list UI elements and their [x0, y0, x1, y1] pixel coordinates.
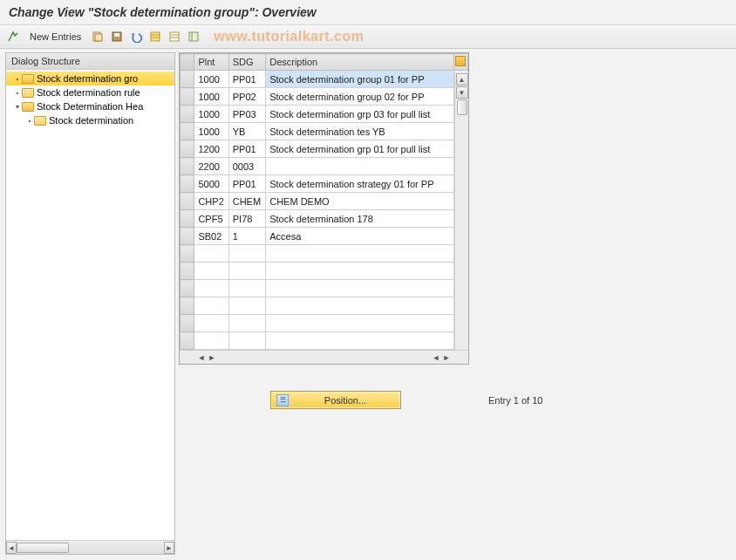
col-header-sdg[interactable]: SDG [228, 54, 265, 71]
cell-plnt[interactable]: 1000 [194, 88, 228, 106]
cell-desc[interactable]: Stock determination group 02 for PP [266, 88, 453, 106]
cell-plnt[interactable] [194, 280, 228, 297]
row-selector[interactable] [181, 140, 194, 158]
cell-desc[interactable]: Stock determination tes YB [266, 123, 453, 140]
toggle-icon[interactable] [5, 29, 21, 44]
cell-sdg[interactable] [228, 315, 265, 332]
row-selector[interactable] [181, 193, 194, 210]
cell-plnt[interactable]: 1200 [194, 140, 228, 158]
cell-plnt[interactable]: 1000 [194, 123, 228, 140]
cell-desc[interactable] [266, 332, 453, 350]
row-selector[interactable] [181, 88, 194, 106]
tree-item[interactable]: ▾Stock Determination Hea [6, 99, 174, 113]
cell-sdg[interactable]: PP03 [228, 106, 265, 123]
row-selector[interactable] [181, 332, 194, 350]
cell-sdg[interactable] [228, 263, 265, 280]
cell-sdg[interactable]: PP01 [228, 175, 265, 193]
cell-plnt[interactable] [194, 245, 228, 263]
row-selector[interactable] [181, 210, 194, 228]
page-title: Change View "Stock determination group":… [9, 5, 317, 19]
row-selector[interactable] [181, 71, 194, 88]
cell-plnt[interactable]: 2200 [194, 158, 228, 175]
cell-desc[interactable] [266, 297, 453, 315]
cell-desc[interactable] [266, 158, 453, 175]
cell-desc[interactable] [266, 280, 453, 297]
cell-plnt[interactable] [194, 332, 228, 350]
tree-item[interactable]: •Stock determination [6, 113, 174, 127]
row-selector[interactable] [181, 123, 194, 140]
row-selector[interactable] [181, 228, 194, 245]
scroll-down-icon[interactable]: ▼ [456, 86, 468, 99]
undo-icon[interactable] [128, 29, 144, 44]
cell-plnt[interactable]: 1000 [194, 71, 228, 88]
cell-sdg[interactable]: PI78 [228, 210, 265, 228]
scroll-right-icon[interactable]: ► [164, 542, 174, 554]
cell-plnt[interactable] [194, 315, 228, 332]
cell-sdg[interactable]: PP01 [228, 71, 265, 88]
expand-icon[interactable]: ▾ [13, 103, 22, 111]
col-header-plnt[interactable]: Plnt [194, 54, 228, 71]
cell-sdg[interactable]: CHEM [228, 193, 265, 210]
select-all-icon[interactable] [147, 29, 163, 44]
scroll-up-icon[interactable]: ▲ [456, 73, 468, 85]
row-selector[interactable] [181, 315, 194, 332]
cell-desc[interactable] [266, 245, 453, 263]
cell-plnt[interactable] [194, 297, 228, 315]
cell-sdg[interactable] [228, 332, 265, 350]
configure-column-button[interactable] [453, 54, 467, 71]
cell-desc[interactable] [266, 263, 453, 280]
cell-desc[interactable]: Accesa [266, 228, 453, 245]
table-hscrollbar[interactable]: ◄ ► ◄ ► [180, 350, 468, 364]
cell-plnt[interactable]: 1000 [194, 106, 228, 123]
position-button[interactable]: ☰ Position... [270, 391, 401, 409]
row-selector-header[interactable] [181, 54, 194, 71]
deselect-icon[interactable] [167, 29, 182, 44]
cell-desc[interactable]: Stock determination grp 03 for pull list [266, 106, 453, 123]
row-selector[interactable] [181, 297, 194, 315]
new-entries-button[interactable]: New Entries [24, 31, 86, 42]
cell-plnt[interactable] [194, 263, 228, 280]
hscroll-right-icon[interactable]: ► [208, 352, 216, 363]
cell-sdg[interactable]: YB [228, 123, 265, 140]
row-selector[interactable] [181, 158, 194, 175]
cell-sdg[interactable] [228, 245, 265, 263]
copy-icon[interactable] [90, 29, 106, 44]
save-icon[interactable] [109, 29, 125, 44]
row-selector[interactable] [181, 106, 194, 123]
row-selector[interactable] [181, 263, 194, 280]
cell-sdg[interactable]: 0003 [228, 158, 265, 175]
cell-sdg[interactable] [228, 297, 265, 315]
hscroll-right2-icon[interactable]: ► [442, 352, 451, 363]
expand-icon[interactable]: • [13, 75, 22, 83]
table-vscrollbar[interactable]: ▲ ▼ [454, 72, 468, 350]
cell-desc[interactable] [266, 315, 453, 332]
tree-hscrollbar[interactable]: ◄ ► [6, 540, 174, 554]
cell-desc[interactable]: Stock determination group 01 for PP [266, 71, 453, 88]
row-selector[interactable] [181, 245, 194, 263]
cell-desc[interactable]: Stock determination 178 [266, 210, 453, 228]
cell-plnt[interactable]: CPF5 [194, 210, 228, 228]
col-header-desc[interactable]: Description [266, 54, 453, 71]
scroll-thumb[interactable] [17, 543, 69, 553]
row-selector[interactable] [181, 280, 194, 297]
hscroll-left2-icon[interactable]: ◄ [432, 352, 440, 363]
cell-plnt[interactable]: 5000 [194, 175, 228, 193]
delimit-icon[interactable] [186, 29, 201, 44]
cell-desc[interactable]: Stock determination strategy 01 for PP [266, 175, 453, 193]
cell-sdg[interactable]: 1 [228, 228, 265, 245]
cell-desc[interactable]: CHEM DEMO [266, 193, 453, 210]
bullet-icon[interactable]: • [13, 89, 22, 97]
cell-plnt[interactable]: SB02 [194, 228, 228, 245]
vscroll-thumb[interactable] [457, 99, 467, 115]
bullet-icon[interactable]: • [25, 117, 34, 125]
hscroll-left-icon[interactable]: ◄ [197, 352, 206, 363]
cell-plnt[interactable]: CHP2 [194, 193, 228, 210]
tree-item[interactable]: •Stock determination gro [6, 72, 174, 85]
cell-desc[interactable]: Stock determination grp 01 for pull list [266, 140, 453, 158]
cell-sdg[interactable] [228, 280, 265, 297]
scroll-left-icon[interactable]: ◄ [6, 542, 17, 554]
cell-sdg[interactable]: PP02 [228, 88, 265, 106]
cell-sdg[interactable]: PP01 [228, 140, 265, 158]
tree-item[interactable]: •Stock determination rule [6, 85, 174, 99]
row-selector[interactable] [181, 175, 194, 193]
